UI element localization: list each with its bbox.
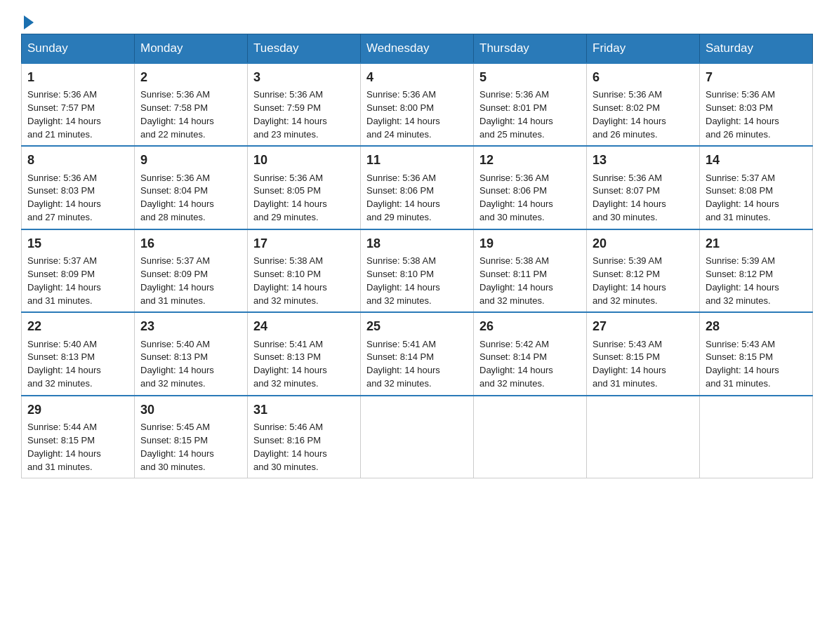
calendar-week-row: 15Sunrise: 5:37 AMSunset: 8:09 PMDayligh… bbox=[22, 229, 813, 312]
header-wednesday: Wednesday bbox=[361, 34, 474, 64]
table-row: 9Sunrise: 5:36 AMSunset: 8:04 PMDaylight… bbox=[135, 146, 248, 229]
day-number: 30 bbox=[140, 401, 241, 419]
day-number: 28 bbox=[706, 317, 807, 335]
day-info: Sunrise: 5:36 AMSunset: 8:03 PMDaylight:… bbox=[706, 88, 807, 141]
table-row: 20Sunrise: 5:39 AMSunset: 8:12 PMDayligh… bbox=[587, 229, 700, 312]
day-number: 10 bbox=[253, 151, 355, 169]
table-row: 31Sunrise: 5:46 AMSunset: 8:16 PMDayligh… bbox=[248, 396, 361, 478]
day-number: 19 bbox=[479, 234, 581, 253]
table-row: 21Sunrise: 5:39 AMSunset: 8:12 PMDayligh… bbox=[700, 229, 813, 312]
header-saturday: Saturday bbox=[700, 34, 813, 64]
day-info: Sunrise: 5:38 AMSunset: 8:11 PMDaylight:… bbox=[479, 255, 581, 307]
header-sunday: Sunday bbox=[22, 34, 135, 64]
day-number: 25 bbox=[366, 317, 468, 335]
calendar-week-row: 29Sunrise: 5:44 AMSunset: 8:15 PMDayligh… bbox=[22, 396, 813, 478]
calendar-week-row: 8Sunrise: 5:36 AMSunset: 8:03 PMDaylight… bbox=[22, 146, 813, 229]
table-row: 16Sunrise: 5:37 AMSunset: 8:09 PMDayligh… bbox=[135, 229, 248, 312]
day-info: Sunrise: 5:36 AMSunset: 8:01 PMDaylight:… bbox=[479, 88, 581, 141]
table-row bbox=[361, 396, 474, 478]
day-number: 20 bbox=[593, 234, 694, 253]
calendar-week-row: 1Sunrise: 5:36 AMSunset: 7:57 PMDaylight… bbox=[22, 63, 813, 146]
day-number: 27 bbox=[593, 317, 694, 335]
table-row: 6Sunrise: 5:36 AMSunset: 8:02 PMDaylight… bbox=[587, 63, 700, 146]
day-number: 5 bbox=[479, 68, 581, 86]
day-info: Sunrise: 5:40 AMSunset: 8:13 PMDaylight:… bbox=[27, 338, 128, 391]
day-number: 6 bbox=[593, 68, 694, 86]
day-number: 8 bbox=[27, 151, 128, 169]
day-info: Sunrise: 5:38 AMSunset: 8:10 PMDaylight:… bbox=[253, 255, 355, 307]
table-row: 14Sunrise: 5:37 AMSunset: 8:08 PMDayligh… bbox=[700, 146, 813, 229]
table-row: 8Sunrise: 5:36 AMSunset: 8:03 PMDaylight… bbox=[22, 146, 135, 229]
day-info: Sunrise: 5:44 AMSunset: 8:15 PMDaylight:… bbox=[27, 421, 128, 474]
day-number: 22 bbox=[27, 317, 128, 335]
day-number: 21 bbox=[706, 234, 807, 253]
logo-general bbox=[21, 14, 34, 29]
day-info: Sunrise: 5:37 AMSunset: 8:08 PMDaylight:… bbox=[706, 172, 807, 224]
day-info: Sunrise: 5:45 AMSunset: 8:15 PMDaylight:… bbox=[140, 421, 241, 474]
table-row: 25Sunrise: 5:41 AMSunset: 8:14 PMDayligh… bbox=[361, 312, 474, 395]
day-info: Sunrise: 5:43 AMSunset: 8:15 PMDaylight:… bbox=[706, 338, 807, 391]
day-number: 14 bbox=[706, 151, 807, 169]
day-number: 4 bbox=[366, 68, 468, 86]
page-header bbox=[21, 14, 813, 27]
table-row: 7Sunrise: 5:36 AMSunset: 8:03 PMDaylight… bbox=[700, 63, 813, 146]
table-row: 5Sunrise: 5:36 AMSunset: 8:01 PMDaylight… bbox=[474, 63, 587, 146]
logo bbox=[21, 14, 34, 27]
day-info: Sunrise: 5:37 AMSunset: 8:09 PMDaylight:… bbox=[140, 255, 241, 307]
table-row: 18Sunrise: 5:38 AMSunset: 8:10 PMDayligh… bbox=[361, 229, 474, 312]
day-info: Sunrise: 5:36 AMSunset: 7:57 PMDaylight:… bbox=[27, 88, 128, 141]
day-number: 17 bbox=[253, 234, 355, 253]
header-thursday: Thursday bbox=[474, 34, 587, 64]
day-number: 26 bbox=[479, 317, 581, 335]
day-info: Sunrise: 5:36 AMSunset: 8:04 PMDaylight:… bbox=[140, 172, 241, 224]
day-number: 29 bbox=[27, 401, 128, 419]
day-number: 18 bbox=[366, 234, 468, 253]
day-info: Sunrise: 5:36 AMSunset: 8:05 PMDaylight:… bbox=[253, 172, 355, 224]
table-row: 22Sunrise: 5:40 AMSunset: 8:13 PMDayligh… bbox=[22, 312, 135, 395]
table-row: 15Sunrise: 5:37 AMSunset: 8:09 PMDayligh… bbox=[22, 229, 135, 312]
day-number: 24 bbox=[253, 317, 355, 335]
header-monday: Monday bbox=[135, 34, 248, 64]
table-row: 28Sunrise: 5:43 AMSunset: 8:15 PMDayligh… bbox=[700, 312, 813, 395]
day-number: 1 bbox=[27, 68, 128, 86]
day-number: 31 bbox=[253, 401, 355, 419]
table-row: 11Sunrise: 5:36 AMSunset: 8:06 PMDayligh… bbox=[361, 146, 474, 229]
day-number: 3 bbox=[253, 68, 355, 86]
table-row bbox=[700, 396, 813, 478]
logo-arrow-icon bbox=[24, 15, 34, 29]
table-row: 27Sunrise: 5:43 AMSunset: 8:15 PMDayligh… bbox=[587, 312, 700, 395]
table-row: 10Sunrise: 5:36 AMSunset: 8:05 PMDayligh… bbox=[248, 146, 361, 229]
table-row bbox=[474, 396, 587, 478]
calendar-week-row: 22Sunrise: 5:40 AMSunset: 8:13 PMDayligh… bbox=[22, 312, 813, 395]
header-tuesday: Tuesday bbox=[248, 34, 361, 64]
day-number: 11 bbox=[366, 151, 468, 169]
day-info: Sunrise: 5:39 AMSunset: 8:12 PMDaylight:… bbox=[706, 255, 807, 307]
table-row: 26Sunrise: 5:42 AMSunset: 8:14 PMDayligh… bbox=[474, 312, 587, 395]
day-info: Sunrise: 5:38 AMSunset: 8:10 PMDaylight:… bbox=[366, 255, 468, 307]
day-info: Sunrise: 5:42 AMSunset: 8:14 PMDaylight:… bbox=[479, 338, 581, 391]
table-row: 13Sunrise: 5:36 AMSunset: 8:07 PMDayligh… bbox=[587, 146, 700, 229]
day-info: Sunrise: 5:36 AMSunset: 8:06 PMDaylight:… bbox=[479, 172, 581, 224]
day-number: 16 bbox=[140, 234, 241, 253]
day-number: 2 bbox=[140, 68, 241, 86]
table-row: 12Sunrise: 5:36 AMSunset: 8:06 PMDayligh… bbox=[474, 146, 587, 229]
day-number: 12 bbox=[479, 151, 581, 169]
day-info: Sunrise: 5:36 AMSunset: 8:06 PMDaylight:… bbox=[366, 172, 468, 224]
day-info: Sunrise: 5:40 AMSunset: 8:13 PMDaylight:… bbox=[140, 338, 241, 391]
table-row: 4Sunrise: 5:36 AMSunset: 8:00 PMDaylight… bbox=[361, 63, 474, 146]
table-row: 17Sunrise: 5:38 AMSunset: 8:10 PMDayligh… bbox=[248, 229, 361, 312]
day-info: Sunrise: 5:43 AMSunset: 8:15 PMDaylight:… bbox=[593, 338, 694, 391]
day-info: Sunrise: 5:36 AMSunset: 8:07 PMDaylight:… bbox=[593, 172, 694, 224]
day-info: Sunrise: 5:37 AMSunset: 8:09 PMDaylight:… bbox=[27, 255, 128, 307]
table-row: 19Sunrise: 5:38 AMSunset: 8:11 PMDayligh… bbox=[474, 229, 587, 312]
day-info: Sunrise: 5:36 AMSunset: 7:59 PMDaylight:… bbox=[253, 88, 355, 141]
table-row: 1Sunrise: 5:36 AMSunset: 7:57 PMDaylight… bbox=[22, 63, 135, 146]
day-info: Sunrise: 5:36 AMSunset: 7:58 PMDaylight:… bbox=[140, 88, 241, 141]
day-number: 7 bbox=[706, 68, 807, 86]
day-info: Sunrise: 5:41 AMSunset: 8:13 PMDaylight:… bbox=[253, 338, 355, 391]
day-number: 23 bbox=[140, 317, 241, 335]
day-info: Sunrise: 5:39 AMSunset: 8:12 PMDaylight:… bbox=[593, 255, 694, 307]
calendar-table: Sunday Monday Tuesday Wednesday Thursday… bbox=[21, 34, 813, 478]
day-info: Sunrise: 5:46 AMSunset: 8:16 PMDaylight:… bbox=[253, 421, 355, 474]
table-row: 30Sunrise: 5:45 AMSunset: 8:15 PMDayligh… bbox=[135, 396, 248, 478]
